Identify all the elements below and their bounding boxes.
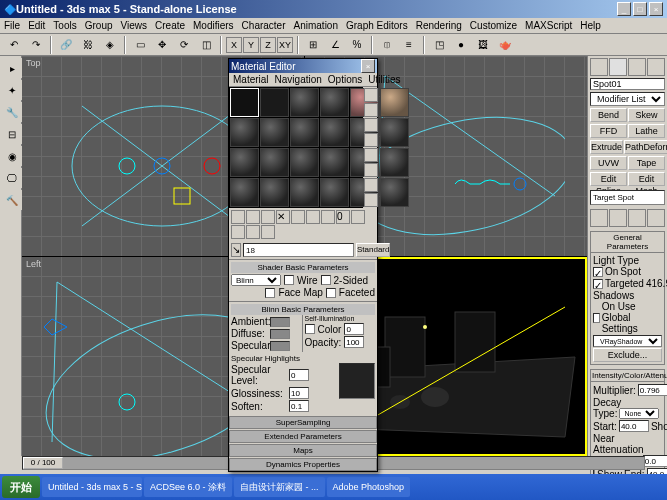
- material-slot[interactable]: [230, 118, 259, 147]
- menu-rendering[interactable]: Rendering: [416, 20, 462, 31]
- make-copy-icon[interactable]: [291, 210, 305, 224]
- modifier-list-dropdown[interactable]: Modifier List: [590, 92, 665, 106]
- material-slot[interactable]: [230, 178, 259, 207]
- sample-type-icon[interactable]: [364, 88, 378, 102]
- unlink-icon[interactable]: ⛓: [78, 35, 98, 55]
- time-slider-thumb[interactable]: 0 / 100: [23, 457, 63, 469]
- background-icon[interactable]: [364, 118, 378, 132]
- modify-panel-icon[interactable]: [609, 58, 627, 76]
- percent-snap-icon[interactable]: %: [347, 35, 367, 55]
- material-slot[interactable]: [290, 118, 319, 147]
- bend-button[interactable]: Bend: [590, 108, 627, 122]
- align-icon[interactable]: ≡: [399, 35, 419, 55]
- multiplier-input[interactable]: [638, 384, 667, 396]
- make-preview-icon[interactable]: [364, 163, 378, 177]
- material-slot[interactable]: [260, 178, 289, 207]
- video-check-icon[interactable]: [364, 148, 378, 162]
- rollout-title[interactable]: General Parameters: [591, 232, 664, 253]
- material-slot[interactable]: [230, 88, 259, 117]
- select-rotate-icon[interactable]: ⟳: [174, 35, 194, 55]
- put-to-scene-icon[interactable]: [246, 210, 260, 224]
- material-slot[interactable]: [290, 178, 319, 207]
- faceted-checkbox[interactable]: [326, 288, 336, 298]
- dynamics-rollout[interactable]: Dynamics Properties: [229, 458, 377, 471]
- menu-customize[interactable]: Customize: [470, 20, 517, 31]
- mat-menu-material[interactable]: Material: [233, 74, 269, 85]
- display-tab-icon[interactable]: 🖵: [2, 168, 22, 188]
- material-slot[interactable]: [290, 148, 319, 177]
- shader-dropdown[interactable]: Blinn: [231, 274, 281, 286]
- axis-z[interactable]: Z: [260, 37, 276, 53]
- two-sided-checkbox[interactable]: [321, 275, 331, 285]
- targeted-checkbox[interactable]: ✓: [593, 279, 603, 289]
- rollout-title[interactable]: Intensity/Color/Attenuation: [591, 370, 664, 382]
- menu-maxscript[interactable]: MAXScript: [525, 20, 572, 31]
- put-library-icon[interactable]: [321, 210, 335, 224]
- select-move-icon[interactable]: ✥: [152, 35, 172, 55]
- editspline-button[interactable]: Edit Spline: [590, 172, 627, 186]
- axis-xy[interactable]: XY: [277, 37, 293, 53]
- show-end-icon[interactable]: [609, 209, 627, 227]
- make-unique-icon[interactable]: [306, 210, 320, 224]
- modify-tab-icon[interactable]: 🔧: [2, 102, 22, 122]
- taskbar-item[interactable]: 自由设计新家园 - ...: [234, 477, 325, 497]
- motion-panel-icon[interactable]: [647, 58, 665, 76]
- link-icon[interactable]: 🔗: [56, 35, 76, 55]
- shader-basic-header[interactable]: Shader Basic Parameters: [231, 262, 375, 273]
- redo-icon[interactable]: ↷: [26, 35, 46, 55]
- go-sibling-icon[interactable]: [261, 225, 275, 239]
- mat-menu-options[interactable]: Options: [328, 74, 362, 85]
- menu-grapheditors[interactable]: Graph Editors: [346, 20, 408, 31]
- menu-edit[interactable]: Edit: [28, 20, 45, 31]
- selfillum-checkbox[interactable]: [305, 324, 315, 334]
- mat-menu-utilities[interactable]: Utilities: [368, 74, 400, 85]
- get-material-icon[interactable]: [231, 210, 245, 224]
- material-slot[interactable]: [260, 148, 289, 177]
- hierarchy-tab-icon[interactable]: ⊟: [2, 124, 22, 144]
- minimize-button[interactable]: _: [617, 2, 631, 16]
- extended-params-rollout[interactable]: Extended Parameters: [229, 430, 377, 443]
- start-button[interactable]: 开始: [2, 476, 40, 498]
- shadow-on-checkbox[interactable]: [593, 313, 600, 323]
- material-slot[interactable]: [320, 88, 349, 117]
- material-slot[interactable]: [380, 118, 409, 147]
- angle-snap-icon[interactable]: ∠: [325, 35, 345, 55]
- modifier-stack[interactable]: Target Spot: [590, 190, 665, 205]
- material-slot[interactable]: [260, 88, 289, 117]
- editmesh-button[interactable]: Edit Mesh: [628, 172, 665, 186]
- pin-stack-icon[interactable]: [590, 209, 608, 227]
- menu-tools[interactable]: Tools: [53, 20, 76, 31]
- material-slot[interactable]: [380, 178, 409, 207]
- select-scale-icon[interactable]: ◫: [196, 35, 216, 55]
- show-end-result-icon[interactable]: [231, 225, 245, 239]
- menu-character[interactable]: Character: [242, 20, 286, 31]
- close-button[interactable]: ×: [649, 2, 663, 16]
- material-slot[interactable]: [380, 148, 409, 177]
- taskbar-item[interactable]: Adobe Photoshop: [327, 477, 411, 497]
- menu-animation[interactable]: Animation: [294, 20, 338, 31]
- object-name-input[interactable]: [590, 78, 665, 90]
- maximize-button[interactable]: □: [633, 2, 647, 16]
- tape-button[interactable]: Tape: [628, 156, 665, 170]
- ambient-swatch[interactable]: [270, 317, 290, 327]
- wire-checkbox[interactable]: [284, 275, 294, 285]
- stack-item[interactable]: Target Spot: [591, 191, 664, 204]
- menu-modifiers[interactable]: Modifiers: [193, 20, 234, 31]
- render-scene-icon[interactable]: 🖼: [473, 35, 493, 55]
- material-slot[interactable]: [230, 148, 259, 177]
- go-parent-icon[interactable]: [246, 225, 260, 239]
- hierarchy-panel-icon[interactable]: [628, 58, 646, 76]
- material-id-icon[interactable]: 0: [336, 210, 350, 224]
- create-panel-icon[interactable]: [590, 58, 608, 76]
- material-slot[interactable]: [320, 118, 349, 147]
- axis-y[interactable]: Y: [243, 37, 259, 53]
- material-name-input[interactable]: [243, 243, 354, 257]
- uvwmap-button[interactable]: UVW Map: [590, 156, 627, 170]
- sample-uv-icon[interactable]: [364, 133, 378, 147]
- axis-x[interactable]: X: [226, 37, 242, 53]
- blinn-basic-header[interactable]: Blinn Basic Parameters: [231, 304, 375, 315]
- material-slot[interactable]: [260, 118, 289, 147]
- specular-swatch[interactable]: [270, 341, 290, 351]
- material-slot[interactable]: [320, 178, 349, 207]
- material-slot[interactable]: [380, 88, 409, 117]
